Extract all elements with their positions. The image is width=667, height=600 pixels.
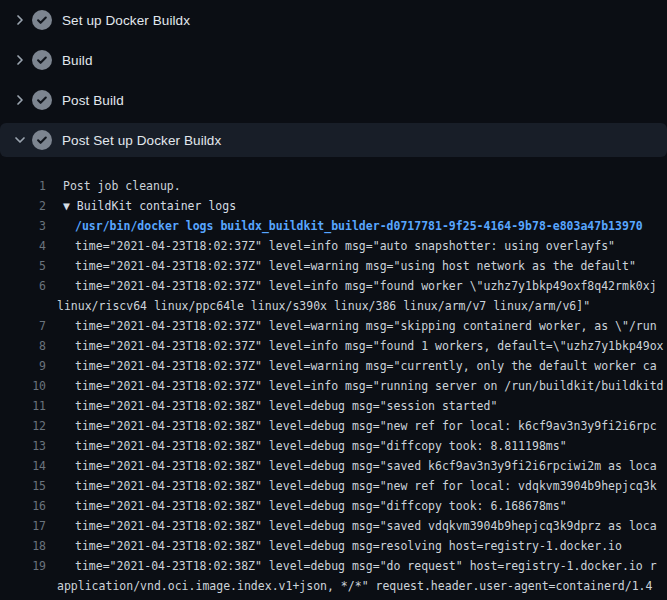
log-line-text: time="2021-04-23T18:02:37Z" level=info m… [46, 336, 664, 356]
log-line: linux/riscv64 linux/ppc64le linux/s390x … [0, 296, 667, 316]
log-line-number[interactable]: 13 [0, 436, 46, 456]
step-label: Post Build [62, 93, 124, 108]
log-line-text: time="2021-04-23T18:02:38Z" level=debug … [46, 556, 657, 576]
log-line-text: time="2021-04-23T18:02:37Z" level=warnin… [46, 316, 657, 336]
log-line: 8time="2021-04-23T18:02:37Z" level=info … [0, 336, 667, 356]
chevron-right-icon [12, 52, 28, 68]
log-line: 7time="2021-04-23T18:02:37Z" level=warni… [0, 316, 667, 336]
log-line: 15time="2021-04-23T18:02:38Z" level=debu… [0, 476, 667, 496]
log-line-text: time="2021-04-23T18:02:37Z" level=info m… [46, 376, 664, 396]
log-line-number[interactable]: 1 [0, 176, 46, 196]
log-line-text: time="2021-04-23T18:02:38Z" level=debug … [46, 416, 657, 436]
log-line: 13time="2021-04-23T18:02:38Z" level=debu… [0, 436, 667, 456]
log-line: application/vnd.oci.image.index.v1+json,… [0, 576, 667, 596]
log-line-number [0, 296, 46, 316]
log-line-text: time="2021-04-23T18:02:38Z" level=debug … [46, 476, 657, 496]
log-line: 5time="2021-04-23T18:02:37Z" level=warni… [0, 256, 667, 276]
log-line-text: time="2021-04-23T18:02:38Z" level=debug … [46, 596, 657, 600]
step-label: Post Set up Docker Buildx [62, 133, 221, 148]
step-row-post-set-up-docker-buildx[interactable]: Post Set up Docker Buildx [0, 123, 667, 157]
chevron-right-icon [12, 12, 28, 28]
log-line-number[interactable]: 6 [0, 276, 46, 296]
log-line-number[interactable]: 14 [0, 456, 46, 476]
log-line: 14time="2021-04-23T18:02:38Z" level=debu… [0, 456, 667, 476]
log-line: 6time="2021-04-23T18:02:37Z" level=info … [0, 276, 667, 296]
log-line-number[interactable]: 12 [0, 416, 46, 436]
chevron-right-icon [12, 92, 28, 108]
log-line-number[interactable]: 9 [0, 356, 46, 376]
log-line-number[interactable]: 3 [0, 216, 46, 236]
log-line-number[interactable]: 20 [0, 596, 46, 600]
log-line-number[interactable]: 5 [0, 256, 46, 276]
log-group-toggle[interactable]: ▼ BuildKit container logs [46, 196, 236, 216]
step-label: Build [62, 53, 93, 68]
log-line-number[interactable]: 15 [0, 476, 46, 496]
check-circle-icon [32, 130, 52, 150]
log-line-text: time="2021-04-23T18:02:37Z" level=warnin… [46, 256, 636, 276]
step-row-post-build[interactable]: Post Build [0, 80, 667, 120]
log-line: 18time="2021-04-23T18:02:38Z" level=debu… [0, 536, 667, 556]
log-line: 11time="2021-04-23T18:02:38Z" level=debu… [0, 396, 667, 416]
log-line-number[interactable]: 10 [0, 376, 46, 396]
log-line: 12time="2021-04-23T18:02:38Z" level=debu… [0, 416, 667, 436]
log-line-number[interactable]: 19 [0, 556, 46, 576]
steps-list: Set up Docker BuildxBuildPost BuildPost … [0, 0, 667, 157]
log-line-text: time="2021-04-23T18:02:38Z" level=debug … [46, 496, 567, 516]
log-line-number[interactable]: 4 [0, 236, 46, 256]
log-line-number[interactable]: 8 [0, 336, 46, 356]
log-command-text: /usr/bin/docker logs buildx_buildkit_bui… [46, 216, 643, 236]
log-line: 20time="2021-04-23T18:02:38Z" level=debu… [0, 596, 667, 600]
log-line-number[interactable]: 18 [0, 536, 46, 556]
log-line-number[interactable]: 7 [0, 316, 46, 336]
log-area: 1Post job cleanup.2▼ BuildKit container … [0, 160, 667, 600]
log-line: 10time="2021-04-23T18:02:37Z" level=info… [0, 376, 667, 396]
log-line-text: time="2021-04-23T18:02:38Z" level=debug … [46, 396, 497, 416]
chevron-down-icon [12, 132, 28, 148]
check-circle-icon [32, 50, 52, 70]
log-line-text: time="2021-04-23T18:02:37Z" level=info m… [46, 276, 657, 296]
log-line-number[interactable]: 17 [0, 516, 46, 536]
log-line: 1Post job cleanup. [0, 176, 667, 196]
log-line-text: time="2021-04-23T18:02:38Z" level=debug … [46, 436, 567, 456]
log-line-text: time="2021-04-23T18:02:37Z" level=warnin… [46, 356, 657, 376]
step-row-set-up-docker-buildx[interactable]: Set up Docker Buildx [0, 0, 667, 40]
check-circle-icon [32, 10, 52, 30]
log-line: 4time="2021-04-23T18:02:37Z" level=info … [0, 236, 667, 256]
check-circle-icon [32, 90, 52, 110]
log-line: 17time="2021-04-23T18:02:38Z" level=debu… [0, 516, 667, 536]
log-line-text: time="2021-04-23T18:02:38Z" level=debug … [46, 516, 657, 536]
log-line-number[interactable]: 2 [0, 196, 46, 216]
log-line-text: Post job cleanup. [46, 176, 181, 196]
log-line: 9time="2021-04-23T18:02:37Z" level=warni… [0, 356, 667, 376]
log-line: 19time="2021-04-23T18:02:38Z" level=debu… [0, 556, 667, 576]
log-line-number[interactable]: 11 [0, 396, 46, 416]
step-row-build[interactable]: Build [0, 40, 667, 80]
log-line-text: time="2021-04-23T18:02:38Z" level=debug … [46, 456, 657, 476]
log-line-number[interactable]: 16 [0, 496, 46, 516]
log-line-text: time="2021-04-23T18:02:37Z" level=info m… [46, 236, 615, 256]
log-line: 16time="2021-04-23T18:02:38Z" level=debu… [0, 496, 667, 516]
step-label: Set up Docker Buildx [62, 13, 190, 28]
workflow-log-viewer: Set up Docker BuildxBuildPost BuildPost … [0, 0, 667, 600]
log-line-text: application/vnd.oci.image.index.v1+json,… [46, 576, 652, 596]
log-line-text: time="2021-04-23T18:02:38Z" level=debug … [46, 536, 622, 556]
log-line: 2▼ BuildKit container logs [0, 196, 667, 216]
log-line: 3/usr/bin/docker logs buildx_buildkit_bu… [0, 216, 667, 236]
log-line-text: linux/riscv64 linux/ppc64le linux/s390x … [46, 296, 590, 316]
log-line-number [0, 576, 46, 596]
